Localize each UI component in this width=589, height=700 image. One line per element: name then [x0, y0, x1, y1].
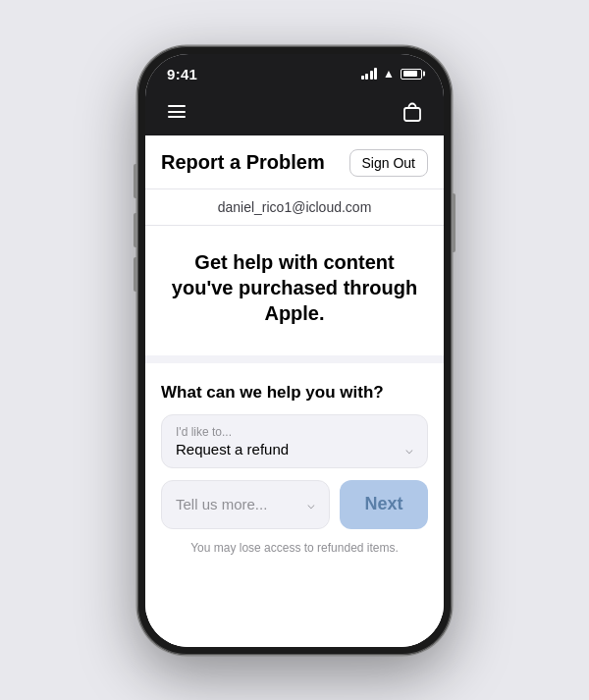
page-header: Report a Problem Sign Out	[145, 135, 444, 189]
sign-out-button[interactable]: Sign Out	[349, 149, 428, 177]
dropdown-1-placeholder: I'd like to...	[176, 425, 413, 439]
chevron-down-icon-2: ⌵	[307, 497, 315, 512]
help-question: What can we help you with?	[161, 383, 428, 403]
phone-screen: 9:41 ▲	[145, 54, 444, 647]
chevron-down-icon-1: ⌵	[405, 442, 413, 457]
nav-bar	[145, 90, 444, 135]
bag-icon[interactable]	[399, 98, 426, 126]
tell-more-dropdown[interactable]: Tell us more... ⌵	[161, 480, 330, 529]
battery-icon	[401, 69, 422, 80]
dropdown-2-placeholder: Tell us more...	[176, 496, 267, 512]
svg-rect-0	[404, 108, 420, 121]
content-area: Report a Problem Sign Out daniel_rico1@i…	[145, 135, 444, 647]
help-type-dropdown[interactable]: I'd like to... Request a refund ⌵	[161, 414, 428, 468]
help-section: What can we help you with? I'd like to..…	[145, 363, 444, 647]
signal-bars-icon	[361, 68, 378, 80]
email-display: daniel_rico1@icloud.com	[145, 189, 444, 226]
disclaimer-text: You may lose access to refunded items.	[161, 541, 428, 555]
dropdown-1-value: Request a refund	[176, 441, 289, 458]
page-title: Report a Problem	[161, 151, 325, 174]
hero-text: Get help with content you've purchased t…	[169, 249, 420, 326]
next-button[interactable]: Next	[340, 480, 428, 529]
hero-section: Get help with content you've purchased t…	[145, 226, 444, 363]
status-icons: ▲	[361, 67, 422, 81]
menu-icon[interactable]	[163, 98, 190, 126]
wifi-icon: ▲	[383, 67, 395, 81]
status-bar: 9:41 ▲	[145, 54, 444, 90]
bottom-row: Tell us more... ⌵ Next	[161, 480, 428, 529]
status-time: 9:41	[167, 66, 197, 82]
phone-frame: 9:41 ▲	[137, 46, 452, 655]
